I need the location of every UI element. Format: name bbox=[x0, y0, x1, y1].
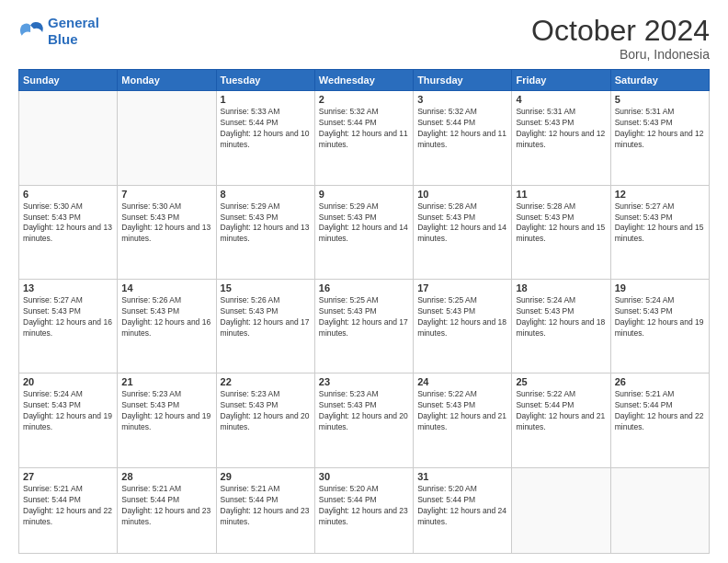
day-number: 26 bbox=[615, 376, 705, 387]
day-number: 29 bbox=[221, 471, 311, 482]
day-number: 22 bbox=[221, 376, 311, 387]
day-info: Sunrise: 5:28 AM Sunset: 5:43 PM Dayligh… bbox=[417, 201, 507, 246]
day-info: Sunrise: 5:25 AM Sunset: 5:43 PM Dayligh… bbox=[417, 295, 507, 339]
day-cell: 13Sunrise: 5:27 AM Sunset: 5:43 PM Dayli… bbox=[19, 280, 118, 373]
day-info: Sunrise: 5:30 AM Sunset: 5:43 PM Dayligh… bbox=[121, 201, 211, 246]
day-cell bbox=[118, 91, 216, 185]
day-cell bbox=[610, 467, 709, 553]
logo-general: General bbox=[48, 15, 99, 30]
location: Boru, Indonesia bbox=[531, 47, 710, 62]
day-info: Sunrise: 5:24 AM Sunset: 5:43 PM Dayligh… bbox=[23, 389, 113, 433]
day-number: 24 bbox=[417, 376, 507, 387]
day-cell: 21Sunrise: 5:23 AM Sunset: 5:43 PM Dayli… bbox=[118, 373, 216, 467]
day-number: 27 bbox=[23, 471, 113, 482]
day-info: Sunrise: 5:27 AM Sunset: 5:43 PM Dayligh… bbox=[23, 295, 113, 339]
day-header-thursday: Thursday bbox=[414, 70, 512, 91]
logo-text: General Blue bbox=[48, 15, 99, 48]
day-cell: 29Sunrise: 5:21 AM Sunset: 5:44 PM Dayli… bbox=[216, 467, 314, 553]
day-number: 28 bbox=[121, 471, 211, 482]
logo-icon bbox=[18, 18, 44, 44]
day-header-sunday: Sunday bbox=[19, 70, 118, 91]
day-info: Sunrise: 5:32 AM Sunset: 5:44 PM Dayligh… bbox=[319, 107, 409, 151]
week-row-3: 13Sunrise: 5:27 AM Sunset: 5:43 PM Dayli… bbox=[19, 280, 710, 373]
day-info: Sunrise: 5:29 AM Sunset: 5:43 PM Dayligh… bbox=[221, 201, 311, 246]
day-header-friday: Friday bbox=[512, 70, 610, 91]
day-number: 1 bbox=[221, 94, 311, 105]
day-cell: 16Sunrise: 5:25 AM Sunset: 5:43 PM Dayli… bbox=[314, 280, 413, 373]
day-info: Sunrise: 5:31 AM Sunset: 5:43 PM Dayligh… bbox=[516, 107, 606, 151]
day-cell: 18Sunrise: 5:24 AM Sunset: 5:43 PM Dayli… bbox=[512, 280, 610, 373]
day-info: Sunrise: 5:26 AM Sunset: 5:43 PM Dayligh… bbox=[221, 295, 311, 339]
day-cell: 7Sunrise: 5:30 AM Sunset: 5:43 PM Daylig… bbox=[118, 185, 216, 279]
day-cell: 14Sunrise: 5:26 AM Sunset: 5:43 PM Dayli… bbox=[118, 280, 216, 373]
header: General Blue October 2024 Boru, Indonesi… bbox=[18, 15, 710, 62]
day-info: Sunrise: 5:23 AM Sunset: 5:43 PM Dayligh… bbox=[319, 389, 409, 433]
day-info: Sunrise: 5:33 AM Sunset: 5:44 PM Dayligh… bbox=[221, 107, 311, 151]
day-number: 2 bbox=[319, 94, 409, 105]
week-row-2: 6Sunrise: 5:30 AM Sunset: 5:43 PM Daylig… bbox=[19, 185, 710, 279]
day-cell: 11Sunrise: 5:28 AM Sunset: 5:43 PM Dayli… bbox=[512, 185, 610, 279]
day-number: 30 bbox=[319, 471, 409, 482]
day-number: 13 bbox=[23, 282, 113, 293]
week-row-4: 20Sunrise: 5:24 AM Sunset: 5:43 PM Dayli… bbox=[19, 373, 710, 467]
logo-blue: Blue bbox=[48, 31, 78, 47]
day-info: Sunrise: 5:24 AM Sunset: 5:43 PM Dayligh… bbox=[516, 295, 606, 339]
day-cell: 22Sunrise: 5:23 AM Sunset: 5:43 PM Dayli… bbox=[216, 373, 314, 467]
day-number: 12 bbox=[615, 189, 705, 200]
day-number: 14 bbox=[121, 282, 211, 293]
day-number: 18 bbox=[516, 282, 606, 293]
day-cell: 8Sunrise: 5:29 AM Sunset: 5:43 PM Daylig… bbox=[216, 185, 314, 279]
day-cell: 25Sunrise: 5:22 AM Sunset: 5:44 PM Dayli… bbox=[512, 373, 610, 467]
day-info: Sunrise: 5:28 AM Sunset: 5:43 PM Dayligh… bbox=[516, 201, 606, 246]
calendar-header-row: SundayMondayTuesdayWednesdayThursdayFrid… bbox=[19, 70, 710, 91]
day-cell: 27Sunrise: 5:21 AM Sunset: 5:44 PM Dayli… bbox=[19, 467, 118, 553]
day-info: Sunrise: 5:20 AM Sunset: 5:44 PM Dayligh… bbox=[417, 484, 507, 528]
day-cell: 20Sunrise: 5:24 AM Sunset: 5:43 PM Dayli… bbox=[19, 373, 118, 467]
day-cell: 12Sunrise: 5:27 AM Sunset: 5:43 PM Dayli… bbox=[610, 185, 709, 279]
day-info: Sunrise: 5:22 AM Sunset: 5:44 PM Dayligh… bbox=[516, 389, 606, 433]
day-info: Sunrise: 5:23 AM Sunset: 5:43 PM Dayligh… bbox=[121, 389, 211, 433]
day-cell: 23Sunrise: 5:23 AM Sunset: 5:43 PM Dayli… bbox=[314, 373, 413, 467]
title-block: October 2024 Boru, Indonesia bbox=[531, 15, 710, 62]
day-info: Sunrise: 5:21 AM Sunset: 5:44 PM Dayligh… bbox=[221, 484, 311, 528]
day-cell: 19Sunrise: 5:24 AM Sunset: 5:43 PM Dayli… bbox=[610, 280, 709, 373]
day-info: Sunrise: 5:21 AM Sunset: 5:44 PM Dayligh… bbox=[23, 484, 113, 528]
week-row-1: 1Sunrise: 5:33 AM Sunset: 5:44 PM Daylig… bbox=[19, 91, 710, 185]
day-info: Sunrise: 5:24 AM Sunset: 5:43 PM Dayligh… bbox=[615, 295, 705, 339]
day-info: Sunrise: 5:29 AM Sunset: 5:43 PM Dayligh… bbox=[319, 201, 409, 246]
day-info: Sunrise: 5:21 AM Sunset: 5:44 PM Dayligh… bbox=[615, 389, 705, 433]
day-info: Sunrise: 5:20 AM Sunset: 5:44 PM Dayligh… bbox=[319, 484, 409, 528]
day-cell: 24Sunrise: 5:22 AM Sunset: 5:43 PM Dayli… bbox=[414, 373, 512, 467]
day-info: Sunrise: 5:25 AM Sunset: 5:43 PM Dayligh… bbox=[319, 295, 409, 339]
day-cell: 17Sunrise: 5:25 AM Sunset: 5:43 PM Dayli… bbox=[414, 280, 512, 373]
day-number: 10 bbox=[417, 189, 507, 200]
day-number: 11 bbox=[516, 189, 606, 200]
logo: General Blue bbox=[18, 15, 99, 48]
day-number: 3 bbox=[417, 94, 507, 105]
day-header-wednesday: Wednesday bbox=[314, 70, 413, 91]
day-info: Sunrise: 5:22 AM Sunset: 5:43 PM Dayligh… bbox=[417, 389, 507, 433]
day-cell: 4Sunrise: 5:31 AM Sunset: 5:43 PM Daylig… bbox=[512, 91, 610, 185]
day-header-monday: Monday bbox=[118, 70, 216, 91]
day-number: 16 bbox=[319, 282, 409, 293]
day-info: Sunrise: 5:31 AM Sunset: 5:43 PM Dayligh… bbox=[615, 107, 705, 151]
day-cell bbox=[19, 91, 118, 185]
month-title: October 2024 bbox=[531, 15, 710, 47]
day-cell bbox=[512, 467, 610, 553]
day-number: 15 bbox=[221, 282, 311, 293]
day-cell: 6Sunrise: 5:30 AM Sunset: 5:43 PM Daylig… bbox=[19, 185, 118, 279]
day-number: 19 bbox=[615, 282, 705, 293]
day-info: Sunrise: 5:27 AM Sunset: 5:43 PM Dayligh… bbox=[615, 201, 705, 246]
day-number: 5 bbox=[615, 94, 705, 105]
day-number: 8 bbox=[221, 189, 311, 200]
day-number: 23 bbox=[319, 376, 409, 387]
day-cell: 9Sunrise: 5:29 AM Sunset: 5:43 PM Daylig… bbox=[314, 185, 413, 279]
week-row-5: 27Sunrise: 5:21 AM Sunset: 5:44 PM Dayli… bbox=[19, 467, 710, 553]
day-number: 4 bbox=[516, 94, 606, 105]
day-info: Sunrise: 5:30 AM Sunset: 5:43 PM Dayligh… bbox=[23, 201, 113, 246]
day-cell: 5Sunrise: 5:31 AM Sunset: 5:43 PM Daylig… bbox=[610, 91, 709, 185]
day-cell: 28Sunrise: 5:21 AM Sunset: 5:44 PM Dayli… bbox=[118, 467, 216, 553]
day-cell: 30Sunrise: 5:20 AM Sunset: 5:44 PM Dayli… bbox=[314, 467, 413, 553]
day-number: 9 bbox=[319, 189, 409, 200]
day-info: Sunrise: 5:23 AM Sunset: 5:43 PM Dayligh… bbox=[221, 389, 311, 433]
